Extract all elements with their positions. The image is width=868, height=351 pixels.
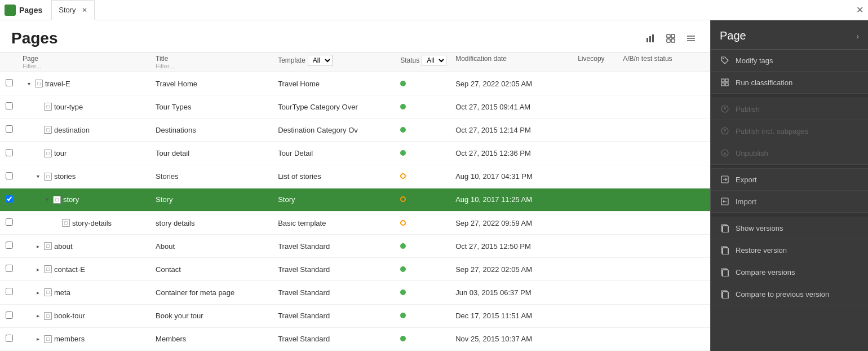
right-panel-chevron-icon[interactable]: › — [856, 32, 859, 41]
panel-item-label: Restore version — [736, 246, 787, 255]
no-expand — [34, 103, 42, 111]
panel-item-run-classification[interactable]: Run classification — [711, 72, 868, 94]
status-dot — [400, 243, 406, 249]
page-title-cell: Tour detail — [151, 142, 273, 165]
page-name-text: members — [54, 335, 85, 343]
bar-chart-icon[interactable] — [643, 30, 658, 46]
page-moddate-cell: Dec 17, 2015 11:51 AM — [451, 304, 573, 327]
svg-rect-12 — [725, 79, 728, 82]
tab-close-icon[interactable]: ✕ — [82, 6, 87, 14]
page-livecopy-cell — [573, 304, 618, 327]
col-header-checkbox — [0, 52, 18, 72]
panel-item-export[interactable]: Export — [711, 169, 868, 191]
table-row[interactable]: ▸□book-tourBook your tourTravel Standard… — [0, 304, 710, 327]
svg-rect-27 — [723, 270, 728, 277]
svg-rect-3 — [667, 34, 670, 38]
table-row[interactable]: ▸□aboutAboutTravel StandardOct 27, 2015 … — [0, 235, 710, 258]
row-checkbox[interactable] — [6, 195, 13, 203]
row-checkbox[interactable] — [6, 311, 13, 319]
expand-icon[interactable]: ▸ — [34, 242, 42, 250]
panel-item-restore-version[interactable]: Restore version — [711, 239, 868, 261]
page-status-cell — [396, 327, 451, 350]
page-template-cell: Travel Standard — [273, 327, 396, 350]
table-row[interactable]: □tour-typeTour TypesTourType Category Ov… — [0, 95, 710, 119]
grid-view-icon[interactable] — [663, 30, 679, 46]
page-moddate-cell: Oct 27, 2015 12:14 PM — [451, 119, 573, 142]
page-template-cell: Tour Detail — [273, 142, 396, 165]
collapse-icon[interactable]: ▾ — [43, 196, 51, 204]
tag-icon — [720, 55, 730, 65]
table-row[interactable]: □tourTour detailTour DetailOct 27, 2015 … — [0, 142, 710, 165]
page-folder-icon: □ — [44, 335, 52, 343]
content-area: Pages — [0, 20, 710, 351]
window-close-icon[interactable]: ✕ — [856, 5, 863, 15]
collapse-icon[interactable]: ▾ — [34, 173, 42, 181]
row-checkbox[interactable] — [6, 218, 13, 226]
row-checkbox[interactable] — [6, 242, 13, 249]
svg-rect-24 — [723, 248, 728, 255]
panel-item-import[interactable]: Import — [711, 191, 868, 213]
expand-icon[interactable]: ▸ — [34, 335, 42, 343]
row-checkbox[interactable] — [6, 288, 13, 295]
col-header-status: Status All — [396, 52, 451, 72]
page-title: Pages — [11, 29, 58, 47]
table-row[interactable]: ▸□membersMembersTravel StandardNov 25, 2… — [0, 327, 710, 350]
page-title-cell: Container for meta page — [151, 281, 273, 304]
status-filter-select[interactable]: All — [422, 55, 446, 66]
table-row[interactable]: ▾□storiesStoriesList of storiesAug 10, 2… — [0, 165, 710, 188]
table-row[interactable]: ▸□contact-EContactTravel StandardSep 27,… — [0, 258, 710, 281]
col-header-livecopy: Livecopy — [573, 52, 618, 72]
no-expand — [52, 219, 60, 227]
tab-label: Story — [59, 6, 76, 14]
row-checkbox[interactable] — [6, 335, 13, 342]
table-row[interactable]: □story-detailsstory detailsBasic templat… — [0, 211, 710, 234]
expand-icon[interactable]: ▸ — [34, 265, 42, 273]
template-filter-select[interactable]: All — [308, 55, 333, 66]
page-folder-icon: □ — [62, 219, 70, 227]
page-folder-icon: □ — [53, 196, 61, 204]
row-checkbox[interactable] — [6, 125, 13, 133]
svg-rect-11 — [721, 79, 724, 82]
expand-icon[interactable]: ▸ — [34, 288, 42, 296]
panel-item-label: Publish — [736, 105, 760, 113]
row-checkbox[interactable] — [6, 149, 13, 156]
table-row[interactable]: ▾□storyStoryStoryAug 10, 2017 11:25 AM — [0, 188, 710, 211]
panel-item-label: Run classification — [736, 78, 792, 87]
status-dot — [400, 266, 406, 272]
expand-icon[interactable]: ▸ — [34, 312, 42, 320]
collapse-icon[interactable]: ▾ — [25, 80, 33, 87]
publish-sub-icon — [720, 126, 730, 136]
panel-item-compare-previous[interactable]: Compare to previous version — [711, 283, 868, 305]
table-row[interactable]: ▸□metaContainer for meta pageTravel Stan… — [0, 281, 710, 304]
page-livecopy-cell — [573, 235, 618, 258]
page-folder-icon: □ — [44, 312, 52, 320]
table-row[interactable]: ▾□travel-ETravel HomeTravel HomeSep 27, … — [0, 72, 710, 95]
page-title-cell: Book your tour — [151, 304, 273, 327]
story-tab[interactable]: Story ✕ — [51, 0, 94, 20]
page-status-cell — [396, 304, 451, 327]
panel-item-show-versions[interactable]: Show versions — [711, 217, 868, 239]
row-checkbox[interactable] — [6, 265, 13, 272]
panel-item-modify-tags[interactable]: Modify tags — [711, 50, 868, 72]
panel-item-label: Compare versions — [736, 268, 795, 277]
page-title-cell: Travel Home — [151, 72, 273, 95]
page-title-cell: story details — [151, 211, 273, 234]
page-folder-icon: □ — [44, 265, 52, 273]
page-moddate-cell: Jun 03, 2015 06:37 PM — [451, 281, 573, 304]
page-title-cell: Stories — [151, 165, 273, 188]
page-template-cell: Destination Category Ov — [273, 119, 396, 142]
row-checkbox[interactable] — [6, 79, 13, 86]
row-checkbox[interactable] — [6, 102, 13, 109]
row-checkbox[interactable] — [6, 172, 13, 179]
page-ab-cell — [618, 119, 710, 142]
page-folder-icon: □ — [44, 103, 52, 111]
page-status-cell — [396, 72, 451, 95]
page-status-cell — [396, 188, 451, 211]
page-name-text: tour — [54, 149, 67, 157]
page-livecopy-cell — [573, 142, 618, 165]
page-livecopy-cell — [573, 258, 618, 281]
table-row[interactable]: □destinationDestinationsDestination Cate… — [0, 119, 710, 142]
panel-item-compare-versions[interactable]: Compare versions — [711, 261, 868, 283]
svg-rect-1 — [649, 36, 651, 42]
list-view-icon[interactable] — [683, 30, 699, 46]
